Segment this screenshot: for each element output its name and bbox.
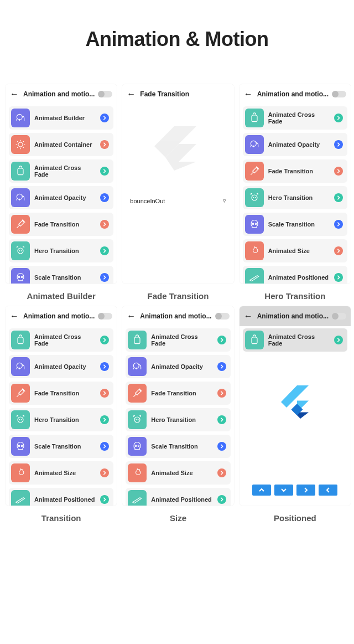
- chevron-right-icon: [100, 114, 109, 122]
- item-label: Animated Cross Fade: [268, 111, 330, 125]
- chevron-right-icon: [334, 273, 343, 282]
- list-item[interactable]: Animated Positioned: [9, 488, 113, 506]
- item-label: Animated Opacity: [151, 363, 212, 370]
- chevron-right-icon: [217, 336, 226, 344]
- list-item[interactable]: Animated Builder: [9, 106, 113, 130]
- item-label: Animated Cross Fade: [34, 333, 96, 347]
- list-item[interactable]: Animated Opacity: [9, 355, 113, 378]
- move-up-button[interactable]: [252, 485, 271, 496]
- item-label: Animated Cross Fade: [268, 333, 330, 347]
- theme-toggle[interactable]: [99, 313, 112, 320]
- fire-icon: [245, 241, 264, 260]
- svg-point-14: [253, 198, 254, 198]
- chevron-right-icon: [100, 389, 109, 398]
- chevron-right-icon: [334, 246, 343, 255]
- item-label: Fade Transition: [268, 168, 330, 174]
- back-icon[interactable]: ←: [244, 90, 253, 99]
- list-item[interactable]: Animated Opacity: [126, 355, 230, 378]
- list-item[interactable]: Animated Size: [126, 461, 230, 485]
- backpack-icon: [245, 331, 264, 349]
- svg-point-15: [255, 198, 256, 198]
- chevron-right-icon: [217, 468, 226, 477]
- theme-toggle[interactable]: [99, 91, 112, 97]
- list-item[interactable]: Animated Size: [9, 461, 113, 485]
- chevron-right-icon: [100, 415, 109, 424]
- list-item[interactable]: Animated Size: [243, 239, 347, 262]
- elephant-icon: [245, 135, 264, 154]
- list-item[interactable]: Animated Opacity: [243, 133, 347, 156]
- list-item[interactable]: Fade Transition: [243, 159, 347, 183]
- theme-toggle[interactable]: [333, 91, 346, 97]
- app-bar: ← Animation and motio...: [6, 306, 117, 326]
- lion-icon: [11, 135, 30, 154]
- easing-dropdown[interactable]: bounceInOut ▿: [130, 195, 233, 207]
- phone-screen: ← Animation and motio... Animated Cross …: [240, 306, 351, 506]
- back-icon[interactable]: ←: [244, 312, 253, 321]
- back-icon[interactable]: ←: [127, 312, 136, 321]
- syringe-icon: [128, 384, 147, 403]
- move-down-button[interactable]: [274, 485, 293, 496]
- svg-point-17: [255, 223, 257, 225]
- chevron-right-icon: [100, 220, 109, 229]
- cell-transition: ← Animation and motio... Animated Cross …: [6, 306, 117, 523]
- list-item[interactable]: Animated Opacity: [9, 186, 113, 209]
- list-item[interactable]: Scale Transition: [9, 435, 113, 458]
- phone-screen: ← Animation and motio... Animated Cross …: [240, 84, 351, 284]
- cell-fade-transition: ← Fade Transition bounceInOut ▿ Fade Tra…: [122, 84, 233, 301]
- list-item[interactable]: Hero Transition: [126, 408, 230, 431]
- backpack-icon: [128, 331, 147, 349]
- list-item[interactable]: Fade Transition: [9, 213, 113, 236]
- list-item[interactable]: Animated Cross Fade: [126, 328, 230, 352]
- chevron-right-icon: [100, 193, 109, 202]
- caption: Transition: [6, 513, 117, 523]
- move-left-button[interactable]: [319, 485, 337, 496]
- item-label: Animated Positioned: [34, 496, 96, 503]
- animation-list: Animated Cross FadeAnimated OpacityFade …: [240, 104, 351, 284]
- animation-list: Animated Cross FadeAnimated OpacityFade …: [6, 326, 117, 506]
- svg-point-22: [21, 420, 22, 420]
- backpack-icon: [245, 109, 264, 127]
- item-label: Animated Size: [151, 470, 212, 476]
- animation-list: Animated BuilderAnimated ContainerAnimat…: [6, 104, 117, 284]
- list-item[interactable]: Scale Transition: [126, 435, 230, 458]
- list-item[interactable]: Animated Cross Fade: [9, 159, 113, 183]
- list-item-dimmed[interactable]: Animated Cross Fade: [243, 328, 347, 352]
- list-item[interactable]: Animated Positioned: [126, 488, 230, 506]
- skull-icon: [11, 437, 30, 456]
- list-item[interactable]: Animated Cross Fade: [243, 106, 347, 130]
- list-item[interactable]: Scale Transition: [9, 266, 113, 284]
- chevron-down-icon: ▿: [223, 197, 226, 204]
- item-label: Animated Size: [34, 470, 96, 476]
- back-icon[interactable]: ←: [10, 312, 19, 321]
- phone-screen: ← Animation and motio... Animated Builde…: [6, 84, 117, 284]
- elephant-icon: [11, 109, 30, 127]
- cell-hero-transition: ← Animation and motio... Animated Cross …: [240, 84, 351, 301]
- theme-toggle[interactable]: [333, 313, 346, 320]
- list-item[interactable]: Scale Transition: [243, 213, 347, 236]
- animation-list: Animated Cross FadeAnimated OpacityFade …: [122, 326, 233, 506]
- theme-toggle[interactable]: [216, 313, 230, 320]
- chevron-right-icon: [334, 140, 343, 149]
- list-item[interactable]: Hero Transition: [243, 186, 347, 209]
- app-bar: ← Animation and motio...: [122, 306, 233, 326]
- svg-rect-32: [252, 337, 257, 344]
- list-item[interactable]: Fade Transition: [9, 382, 113, 405]
- phone-screen: ← Animation and motio... Animated Cross …: [122, 306, 233, 506]
- skull-icon: [245, 215, 264, 234]
- list-item[interactable]: Hero Transition: [9, 408, 113, 431]
- list-item[interactable]: Fade Transition: [126, 382, 230, 405]
- chevron-right-icon: [334, 114, 343, 122]
- list-item[interactable]: Animated Cross Fade: [9, 328, 113, 352]
- move-right-button[interactable]: [296, 485, 315, 496]
- back-icon[interactable]: ←: [127, 90, 136, 99]
- list-item[interactable]: Hero Transition: [9, 239, 113, 262]
- item-label: Fade Transition: [151, 390, 212, 396]
- chevron-right-icon: [217, 415, 226, 424]
- chevron-right-icon: [217, 442, 226, 451]
- list-item[interactable]: Animated Container: [9, 133, 113, 156]
- item-label: Animated Opacity: [34, 363, 96, 370]
- back-icon[interactable]: ←: [10, 90, 19, 99]
- svg-point-16: [252, 223, 254, 225]
- list-item[interactable]: Animated Positioned: [243, 266, 347, 284]
- caption: Hero Transition: [240, 291, 351, 301]
